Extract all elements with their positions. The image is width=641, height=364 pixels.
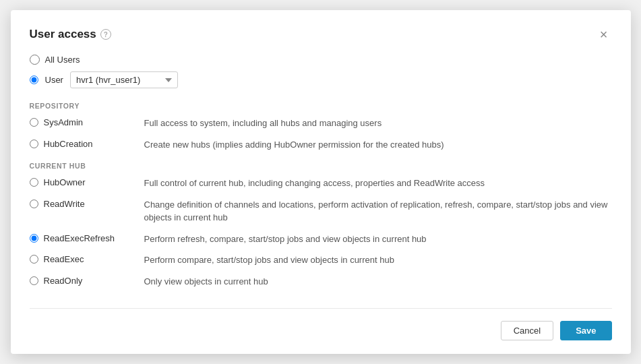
close-button[interactable]: × [596, 26, 612, 42]
readexecrefresh-row: ReadExecRefresh Perform refresh, compare… [30, 233, 612, 246]
user-access-dialog: User access ? × All Users User hvr1 (hvr… [11, 10, 631, 354]
readwrite-radio[interactable] [30, 200, 38, 208]
dialog-title: User access ? [30, 28, 111, 41]
sysadmin-desc: Full access to system, including all hub… [144, 117, 612, 130]
user-radio[interactable] [30, 75, 38, 84]
sysadmin-label[interactable]: SysAdmin [44, 117, 84, 127]
readexecrefresh-desc: Perform refresh, compare, start/stop job… [144, 233, 612, 246]
user-row: User hvr1 (hvr_user1) hvr2 (hvr_user2) [30, 71, 612, 88]
readwrite-row: ReadWrite Change definition of channels … [30, 198, 612, 224]
title-text: User access [30, 28, 96, 41]
hubcreation-desc: Create new hubs (implies adding HubOwner… [144, 138, 612, 152]
help-icon[interactable]: ? [100, 29, 111, 40]
readexec-row: ReadExec Perform compare, start/stop job… [30, 253, 612, 267]
save-button[interactable]: Save [560, 321, 611, 340]
all-users-radio[interactable] [30, 55, 40, 65]
readexec-radio[interactable] [30, 255, 38, 264]
hubowner-label[interactable]: HubOwner [44, 177, 86, 187]
sysadmin-row: SysAdmin Full access to system, includin… [30, 117, 612, 130]
current-hub-section-label: CURRENT HUB [30, 162, 612, 170]
readexecrefresh-radio[interactable] [30, 234, 38, 243]
readwrite-label[interactable]: ReadWrite [44, 199, 85, 209]
readexec-label[interactable]: ReadExec [44, 254, 84, 264]
repository-section-label: REPOSITORY [30, 102, 612, 110]
dialog-header: User access ? × [30, 26, 612, 42]
hubowner-row: HubOwner Full control of current hub, in… [30, 177, 612, 190]
hubcreation-label[interactable]: HubCreation [44, 139, 93, 149]
user-label[interactable]: User [45, 75, 63, 85]
readonly-label[interactable]: ReadOnly [44, 276, 83, 286]
hubowner-radio[interactable] [30, 178, 38, 187]
hubcreation-row: HubCreation Create new hubs (implies add… [30, 138, 612, 152]
all-users-label[interactable]: All Users [45, 55, 80, 65]
all-users-row: All Users [30, 55, 612, 65]
readwrite-desc: Change definition of channels and locati… [144, 198, 612, 224]
user-select[interactable]: hvr1 (hvr_user1) hvr2 (hvr_user2) [70, 71, 178, 88]
readexecrefresh-label[interactable]: ReadExecRefresh [44, 233, 115, 243]
dialog-footer: Cancel Save [30, 308, 612, 340]
readonly-desc: Only view objects in current hub [144, 275, 612, 289]
hubcreation-radio[interactable] [30, 140, 38, 148]
cancel-button[interactable]: Cancel [501, 321, 553, 340]
readonly-radio[interactable] [30, 276, 38, 285]
readexec-desc: Perform compare, start/stop jobs and vie… [144, 253, 612, 267]
readonly-row: ReadOnly Only view objects in current hu… [30, 275, 612, 289]
hubowner-desc: Full control of current hub, including c… [144, 177, 612, 190]
sysadmin-radio[interactable] [30, 118, 38, 127]
